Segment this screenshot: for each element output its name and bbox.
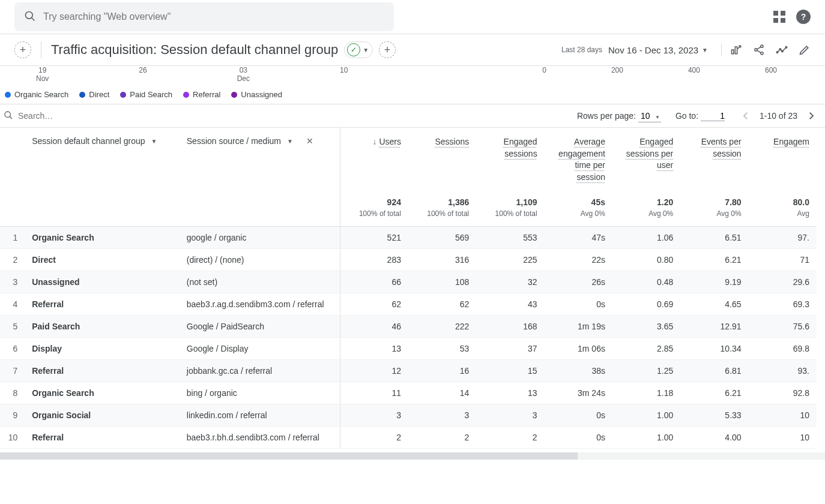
legend-dot (5, 92, 11, 98)
row-index: 2 (0, 249, 25, 271)
row-index: 6 (0, 338, 25, 360)
row-dim1: Referral (25, 360, 180, 382)
row-dim2: google / organic (180, 227, 340, 249)
legend-item[interactable]: Direct (79, 90, 109, 99)
row-metric: 1m 19s (545, 316, 612, 338)
legend-label: Organic Search (14, 90, 68, 99)
legend-item[interactable]: Unassigned (231, 90, 282, 99)
help-icon[interactable]: ? (796, 10, 811, 24)
row-dim1: Paid Search (25, 316, 180, 338)
row-metric: 2 (340, 427, 408, 449)
x-tick: 19Nov (36, 66, 49, 83)
row-metric: 521 (340, 227, 408, 249)
table-row[interactable]: 3Unassigned(not set)661083226s0.489.1929… (0, 271, 817, 293)
row-metric: 1.00 (612, 404, 680, 427)
row-metric: 225 (476, 249, 544, 271)
row-metric: 66 (340, 271, 408, 293)
col-sessions[interactable]: Sessions (408, 128, 476, 191)
insights-icon[interactable] (776, 44, 788, 56)
row-dim2: baeb3.r.bh.d.sendibt3.com / referral (180, 427, 340, 449)
svg-point-10 (779, 49, 781, 50)
row-metric: 75.6 (749, 316, 817, 338)
row-metric: 1.00 (612, 427, 680, 449)
table-row[interactable]: 5Paid SearchGoogle / PaidSearch462221681… (0, 316, 817, 338)
rows-per-page-select[interactable]: 10 (638, 110, 661, 122)
legend-item[interactable]: Referral (183, 90, 220, 99)
svg-point-13 (5, 112, 10, 117)
dimension-2-dropdown[interactable]: Session source / medium ▼ ✕ (187, 136, 333, 146)
table-row[interactable]: 10Referralbaeb3.r.bh.d.sendibt3.com / re… (0, 427, 817, 449)
dimension-2-label: Session source / medium (187, 136, 281, 146)
row-metric: 10.34 (680, 338, 748, 360)
goto-input[interactable] (701, 111, 725, 121)
status-dropdown[interactable]: ✓ ▼ (344, 41, 373, 58)
row-index: 10 (0, 427, 25, 449)
dimension-1-label: Session default channel group (32, 136, 145, 146)
add-comparison-button[interactable]: + (379, 41, 396, 58)
x-tick: 26 (139, 66, 147, 83)
table-row[interactable]: 8Organic Searchbing / organic1114133m 24… (0, 382, 817, 404)
row-metric: 222 (408, 316, 476, 338)
col-engaged-sessions[interactable]: Engaged sessions (476, 128, 544, 191)
row-metric: 10 (749, 427, 817, 449)
row-metric: 10 (749, 404, 817, 427)
row-metric: 22s (545, 249, 612, 271)
global-search[interactable] (14, 2, 394, 31)
dimension-1-dropdown[interactable]: Session default channel group ▼ (32, 136, 172, 146)
edit-icon[interactable] (799, 44, 811, 56)
row-metric: 11 (340, 382, 408, 404)
total-users: 924 (387, 197, 401, 207)
table-row[interactable]: 4Referralbaeb3.r.ag.d.sendibm3.com / ref… (0, 293, 817, 316)
page-status: 1-10 of 23 (760, 111, 797, 121)
table-row[interactable]: 6DisplayGoogle / Display1353371m 06s2.85… (0, 338, 817, 360)
row-index: 1 (0, 227, 25, 249)
legend-label: Paid Search (130, 90, 172, 99)
row-metric: 3.65 (612, 316, 680, 338)
table-row[interactable]: 9Organic Sociallinkedin.com / referral33… (0, 404, 817, 427)
row-dim1: Referral (25, 427, 180, 449)
table-row[interactable]: 7Referraljobbank.gc.ca / referral1216153… (0, 360, 817, 382)
svg-rect-3 (735, 47, 737, 54)
legend-label: Unassigned (241, 90, 282, 99)
row-metric: 5.33 (680, 404, 748, 427)
chevron-down-icon: ▼ (287, 138, 293, 145)
row-metric: 6.21 (680, 249, 748, 271)
row-metric: 1.25 (612, 360, 680, 382)
row-dim1: Direct (25, 249, 180, 271)
remove-dimension-icon[interactable]: ✕ (306, 136, 313, 146)
row-metric: 2 (476, 427, 544, 449)
svg-point-12 (785, 47, 787, 49)
date-range-picker[interactable]: Nov 16 - Dec 13, 2023 ▼ (608, 45, 708, 55)
col-engaged-per-user[interactable]: Engaged sessions per user (612, 128, 680, 191)
share-icon[interactable] (753, 44, 765, 56)
row-metric: 53 (408, 338, 476, 360)
total-sessions: 1,386 (448, 197, 469, 207)
next-page-button[interactable] (805, 109, 818, 122)
add-segment-button[interactable]: + (14, 41, 31, 58)
col-events-per-session[interactable]: Events per session (680, 128, 748, 191)
legend-item[interactable]: Organic Search (5, 90, 68, 99)
col-engagement-rate[interactable]: Engagem (749, 128, 817, 191)
col-avg-engagement[interactable]: Average engagement time per session (545, 128, 612, 191)
row-dim2: (not set) (180, 271, 340, 293)
prev-page-button[interactable] (739, 109, 752, 122)
table-row[interactable]: 1Organic Searchgoogle / organic521569553… (0, 227, 817, 249)
row-metric: 569 (408, 227, 476, 249)
table-row[interactable]: 2Direct(direct) / (none)28331622522s0.80… (0, 249, 817, 271)
row-index: 8 (0, 382, 25, 404)
total-eng-rate: 80.0 (793, 197, 809, 207)
row-index: 3 (0, 271, 25, 293)
apps-grid-icon[interactable] (772, 10, 787, 24)
search-input[interactable] (43, 11, 384, 22)
table-search-input[interactable] (18, 111, 138, 121)
customize-report-icon[interactable] (730, 44, 742, 56)
legend-label: Referral (193, 90, 220, 99)
row-dim2: bing / organic (180, 382, 340, 404)
legend-item[interactable]: Paid Search (120, 90, 172, 99)
col-users[interactable]: ↓Users (340, 128, 408, 191)
page-title: Traffic acquisition: Session default cha… (51, 42, 338, 58)
legend-dot (120, 92, 126, 98)
horizontal-scrollbar[interactable] (0, 452, 825, 460)
total-engaged: 1,109 (516, 197, 537, 207)
row-dim2: Google / Display (180, 338, 340, 360)
